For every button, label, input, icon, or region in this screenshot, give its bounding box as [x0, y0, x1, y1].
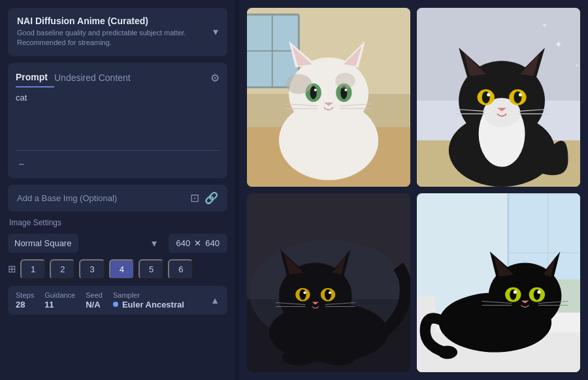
sampler-dot-icon	[113, 302, 118, 307]
minus-button[interactable]: −	[16, 157, 27, 172]
svg-point-94	[537, 291, 540, 294]
step-2-button[interactable]: 2	[50, 259, 75, 279]
size-preset-select[interactable]: Normal Square Portrait Landscape	[8, 234, 78, 253]
sampler-stat: Sampler Euler Ancestral	[113, 291, 184, 309]
image-grid: ✦ ✦ ✦	[239, 0, 588, 380]
seed-stat: Seed N/A	[86, 291, 103, 309]
prompt-section: Prompt Undesired Content ⚙ cat −	[8, 63, 227, 178]
image-cell-3[interactable]	[247, 193, 410, 372]
sampler-value-row: Euler Ancestral	[113, 300, 184, 309]
svg-point-72	[322, 349, 355, 365]
step-3-button[interactable]: 3	[79, 259, 105, 279]
svg-point-62	[299, 289, 306, 300]
image-cell-1[interactable]	[247, 8, 410, 187]
steps-stat-value: 28	[16, 300, 34, 309]
prompt-input[interactable]: cat	[16, 93, 220, 145]
svg-point-44	[487, 93, 490, 96]
svg-point-65	[329, 291, 331, 294]
tab-prompt[interactable]: Prompt	[16, 69, 54, 87]
height-value: 640	[205, 238, 220, 248]
seed-stat-label: Seed	[86, 291, 103, 299]
steps-stat: Steps 28	[16, 291, 34, 309]
svg-text:✦: ✦	[575, 63, 580, 69]
prompt-tabs: Prompt Undesired Content ⚙	[16, 69, 220, 87]
svg-point-64	[303, 291, 306, 294]
svg-point-100	[438, 345, 457, 358]
guidance-stat-value: 11	[44, 300, 75, 309]
guidance-stat-label: Guidance	[44, 291, 75, 299]
sampler-stat-label: Sampler	[113, 291, 184, 299]
size-dimensions: 640 ✕ 640	[169, 234, 227, 253]
model-description: Good baseline quality and predictable su…	[17, 28, 213, 48]
gear-icon[interactable]: ⚙	[210, 72, 220, 84]
seed-stat-value: N/A	[86, 300, 103, 309]
base-img-label: Add a Base Img (Optional)	[17, 193, 117, 203]
width-value: 640	[176, 238, 191, 248]
svg-text:✦: ✦	[555, 39, 563, 50]
image-settings-label: Image Settings	[8, 218, 227, 227]
size-row: Normal Square Portrait Landscape 640 ✕ 6…	[8, 234, 227, 253]
svg-point-17	[314, 89, 317, 91]
prompt-toolbar: −	[16, 156, 220, 172]
steps-row: ⊞ 1 2 3 4 5 6	[8, 259, 227, 279]
guidance-stat: Guidance 11	[44, 291, 75, 309]
image-cell-2[interactable]: ✦ ✦ ✦	[417, 8, 580, 187]
step-5-button[interactable]: 5	[139, 259, 164, 279]
step-1-button[interactable]: 1	[20, 259, 46, 279]
sampler-stat-value: Euler Ancestral	[122, 300, 184, 309]
svg-point-18	[344, 89, 347, 91]
grid-icon[interactable]: ⊞	[8, 263, 16, 275]
svg-point-15	[310, 86, 317, 99]
steps-stat-label: Steps	[16, 291, 34, 299]
image-upload-icon[interactable]: ⊡	[190, 191, 199, 205]
svg-point-71	[282, 349, 316, 365]
link-icon[interactable]: 🔗	[204, 191, 218, 205]
svg-point-25	[335, 72, 355, 88]
image-cell-4[interactable]	[417, 193, 580, 372]
stats-row: Steps 28 Guidance 11 Seed N/A Sampler Eu…	[8, 286, 227, 315]
tab-undesired-content[interactable]: Undesired Content	[54, 69, 137, 87]
svg-point-63	[325, 289, 331, 300]
model-selector[interactable]: NAI Diffusion Anime (Curated) Good basel…	[8, 8, 227, 56]
svg-point-8	[289, 57, 368, 131]
tabs-left: Prompt Undesired Content	[16, 69, 137, 87]
size-preset-wrapper: Normal Square Portrait Landscape	[8, 234, 163, 253]
left-panel: NAI Diffusion Anime (Curated) Good basel…	[0, 0, 235, 380]
svg-point-93	[514, 291, 517, 294]
svg-point-24	[286, 74, 312, 93]
times-icon: ✕	[194, 238, 201, 248]
expand-button[interactable]: ▲	[210, 295, 220, 306]
base-image-row: Add a Base Img (Optional) ⊡ 🔗	[8, 185, 227, 212]
model-selector-text: NAI Diffusion Anime (Curated) Good basel…	[17, 16, 213, 48]
model-name: NAI Diffusion Anime (Curated)	[17, 16, 213, 26]
step-4-button[interactable]: 4	[109, 259, 135, 279]
svg-text:✦: ✦	[542, 22, 547, 29]
step-6-button[interactable]: 6	[168, 259, 193, 279]
svg-point-45	[519, 93, 522, 96]
base-img-icons: ⊡ 🔗	[190, 191, 218, 205]
chevron-down-icon: ▾	[213, 25, 218, 38]
prompt-divider	[16, 150, 220, 151]
